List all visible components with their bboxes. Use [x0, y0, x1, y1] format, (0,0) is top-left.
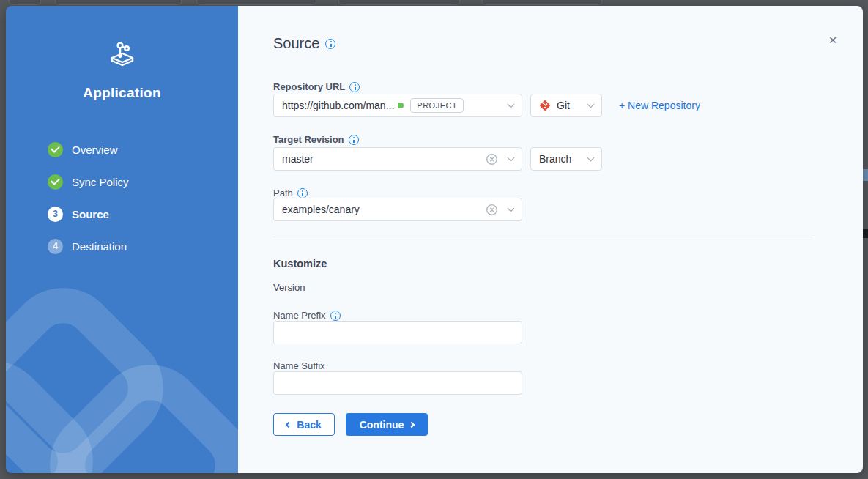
- path-input[interactable]: examples/canary: [273, 198, 522, 221]
- target-revision-label: Target Revision: [273, 134, 359, 145]
- sidebar-item-overview[interactable]: Overview: [48, 141, 129, 158]
- step-label: Destination: [72, 240, 127, 253]
- step-label: Overview: [72, 144, 118, 156]
- backdrop-card: [9, 0, 41, 5]
- info-icon[interactable]: [330, 311, 341, 321]
- step-label: Sync Policy: [72, 176, 129, 188]
- chevron-left-icon: [286, 421, 292, 427]
- name-prefix-input[interactable]: [273, 321, 522, 344]
- page-title: Source: [273, 35, 335, 52]
- close-icon[interactable]: ×: [825, 32, 841, 48]
- info-icon[interactable]: [349, 135, 359, 145]
- name-prefix-label: Name Prefix: [273, 310, 341, 321]
- revision-type-select[interactable]: Branch: [530, 147, 602, 171]
- git-icon: [539, 100, 551, 111]
- path-label: Path: [273, 187, 308, 198]
- chevron-right-icon: [409, 421, 415, 427]
- project-badge: PROJECT: [410, 98, 464, 113]
- source-step-panel: × Source Repository URL https://github.c…: [238, 6, 863, 473]
- chevron-down-icon: [587, 154, 595, 161]
- version-label: Version: [273, 282, 305, 293]
- backdrop-card: [55, 0, 182, 5]
- repository-url-value: https://github.com/man...: [282, 100, 394, 111]
- backdrop-card: [338, 0, 460, 5]
- chevron-down-icon: [508, 154, 515, 161]
- application-wizard-modal: Application Overview Sync Policy 3 Sourc…: [6, 6, 863, 473]
- backdrop-card: [196, 0, 316, 5]
- kustomize-heading: Kustomize: [273, 258, 327, 270]
- check-icon: [48, 174, 63, 190]
- repository-url-label: Repository URL: [273, 81, 360, 92]
- target-revision-value: master: [282, 153, 486, 165]
- new-repository-link[interactable]: + New Repository: [619, 100, 700, 111]
- step-number: 3: [48, 207, 63, 222]
- chevron-down-icon: [508, 100, 515, 108]
- chevron-down-icon: [508, 204, 515, 212]
- wizard-sidebar: Application Overview Sync Policy 3 Sourc…: [6, 6, 238, 473]
- back-button[interactable]: Back: [273, 413, 335, 436]
- screen: { "modal": { "close_icon": "\u00d7" }, "…: [0, 0, 868, 479]
- divider: [273, 237, 813, 237]
- continue-button[interactable]: Continue: [346, 413, 428, 436]
- step-label: Source: [72, 208, 109, 220]
- name-suffix-input[interactable]: [273, 371, 522, 395]
- repo-type-value: Git: [557, 100, 570, 111]
- path-value: examples/canary: [282, 204, 486, 215]
- application-icon: [105, 37, 139, 69]
- check-icon: [48, 142, 63, 157]
- sidebar-item-destination[interactable]: 4 Destination: [48, 237, 129, 255]
- backdrop-card: [482, 0, 602, 5]
- page-title-text: Source: [273, 35, 319, 52]
- sidebar-item-sync-policy[interactable]: Sync Policy: [48, 173, 129, 190]
- repository-url-select[interactable]: https://github.com/man... PROJECT: [273, 94, 522, 117]
- step-number: 4: [48, 239, 63, 254]
- sidebar-item-source[interactable]: 3 Source: [48, 205, 129, 223]
- clear-icon[interactable]: [486, 153, 498, 166]
- wizard-title: Application: [6, 85, 238, 101]
- info-icon[interactable]: [349, 82, 360, 92]
- clear-icon[interactable]: [486, 204, 498, 216]
- wizard-steps: Overview Sync Policy 3 Source 4 Destinat…: [48, 141, 129, 270]
- revision-type-value: Branch: [539, 153, 571, 165]
- backdrop-fragment: [863, 229, 868, 238]
- info-icon[interactable]: [297, 188, 308, 198]
- chevron-down-icon: [587, 100, 595, 108]
- info-icon[interactable]: [325, 39, 335, 49]
- backdrop-fragment: [863, 169, 868, 181]
- repo-type-select[interactable]: Git: [530, 94, 602, 117]
- name-suffix-label: Name Suffix: [273, 360, 325, 371]
- target-revision-input[interactable]: master: [273, 147, 522, 171]
- repo-status-dot: [398, 103, 404, 108]
